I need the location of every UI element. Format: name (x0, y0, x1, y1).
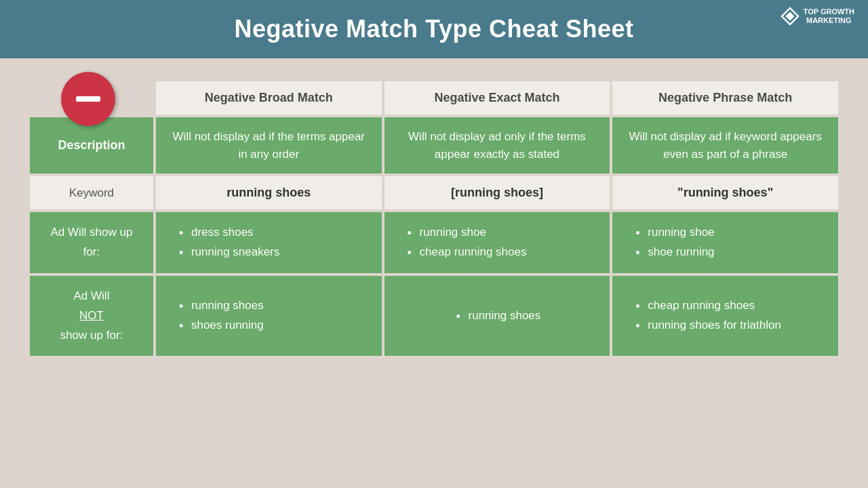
description-broad: Will not display ad if the terms appear … (156, 117, 382, 174)
show-phrase-cell: running shoe shoe running (612, 212, 838, 273)
list-item: running shoes (454, 306, 541, 326)
logo: TOP GROWTH MARKETING (781, 7, 854, 26)
notshow-label: Ad Will NOT show up for: (30, 276, 153, 357)
keyword-label: Keyword (30, 176, 153, 209)
show-label: Ad Will show up for: (30, 212, 153, 273)
list-item: running shoes (176, 296, 368, 316)
notshow-exact-list: running shoes (398, 306, 597, 326)
list-item: shoes running (176, 316, 368, 336)
list-item: cheap running shoes (633, 296, 825, 316)
show-row: Ad Will show up for: dress shoes running… (30, 212, 838, 273)
minus-bar (76, 96, 100, 102)
main-content: Negative Broad Match Negative Exact Matc… (0, 58, 868, 372)
list-item: running shoes for triathlon (633, 316, 825, 336)
notshow-phrase-cell: cheap running shoes running shoes for tr… (612, 276, 838, 357)
show-exact-cell: running shoe cheap running shoes (384, 212, 610, 273)
notshow-exact-cell: running shoes (384, 276, 610, 357)
keyword-exact: [running shoes] (384, 176, 610, 209)
description-row: Description Will not display ad if the t… (30, 117, 838, 174)
svg-marker-1 (785, 12, 794, 20)
list-item: shoe running (633, 243, 825, 262)
description-exact: Will not display ad only if the terms ap… (384, 117, 610, 174)
page-title: Negative Match Type Cheat Sheet (14, 15, 854, 43)
table-header-row: Negative Broad Match Negative Exact Matc… (30, 81, 838, 115)
list-item: cheap running shoes (405, 243, 597, 262)
keyword-row: Keyword running shoes [running shoes] "r… (30, 176, 838, 209)
list-item: running shoe (405, 223, 597, 243)
cheat-sheet-table: Negative Broad Match Negative Exact Matc… (27, 79, 841, 359)
show-phrase-list: running shoe shoe running (626, 223, 825, 262)
show-broad-list: dress shoes running sneakers (170, 223, 368, 262)
page-header: TOP GROWTH MARKETING Negative Match Type… (0, 0, 868, 58)
notshow-row: Ad Will NOT show up for: running shoes s… (30, 276, 838, 357)
list-item: dress shoes (176, 223, 368, 243)
table-wrapper: Negative Broad Match Negative Exact Matc… (27, 79, 841, 359)
col-header-exact: Negative Exact Match (384, 81, 610, 115)
description-phrase: Will not display ad if keyword appears e… (612, 117, 838, 174)
keyword-broad: running shoes (156, 176, 382, 209)
show-broad-cell: dress shoes running sneakers (156, 212, 382, 273)
minus-circle-icon (61, 72, 115, 126)
show-exact-list: running shoe cheap running shoes (398, 223, 597, 262)
logo-text: TOP GROWTH MARKETING (804, 7, 854, 25)
notshow-broad-cell: running shoes shoes running (156, 276, 382, 357)
list-item: running sneakers (176, 243, 368, 262)
notshow-phrase-list: cheap running shoes running shoes for tr… (626, 296, 825, 336)
list-item: running shoe (633, 223, 825, 243)
col-header-broad: Negative Broad Match (156, 81, 382, 115)
col-header-phrase: Negative Phrase Match (612, 81, 838, 115)
notshow-broad-list: running shoes shoes running (170, 296, 368, 336)
keyword-phrase: "running shoes" (612, 176, 838, 209)
logo-icon (781, 7, 800, 26)
